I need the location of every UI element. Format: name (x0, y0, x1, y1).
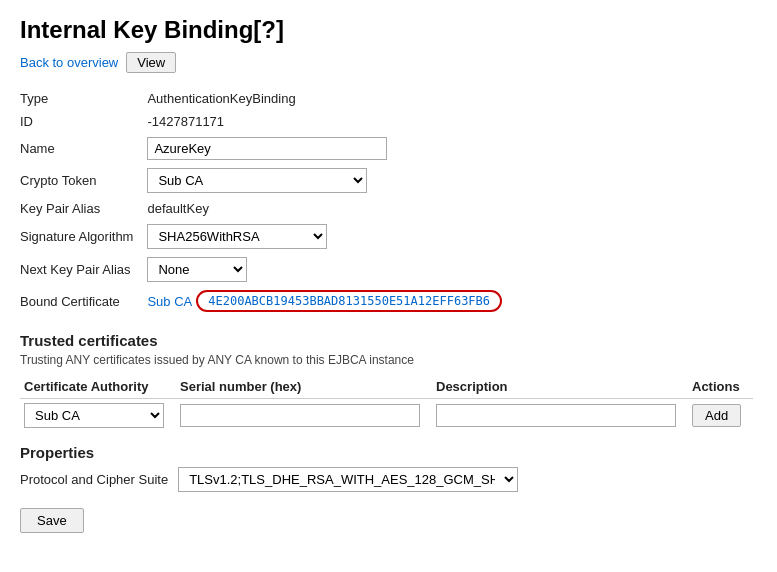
trusted-certificates-section: Trusted certificates Trusting ANY certif… (20, 332, 757, 432)
bound-cert-container: Sub CA 4E200ABCB19453BBAD8131550E51A12EF… (147, 290, 502, 312)
protocol-select[interactable]: TLSv1.2;TLS_DHE_RSA_WITH_AES_128_GCM_SHA… (178, 467, 518, 492)
id-row: ID -1427871171 (20, 110, 508, 133)
next-key-pair-alias-select-cell: None (147, 253, 508, 286)
trusted-certs-title: Trusted certificates (20, 332, 757, 349)
next-key-pair-alias-select[interactable]: None (147, 257, 247, 282)
signature-algorithm-label: Signature Algorithm (20, 220, 147, 253)
page-title: Internal Key Binding[?] (20, 16, 757, 44)
signature-algorithm-row: Signature Algorithm SHA256WithRSA (20, 220, 508, 253)
bound-certificate-ca-link[interactable]: Sub CA (147, 294, 192, 309)
view-button[interactable]: View (126, 52, 176, 73)
name-field-cell (147, 133, 508, 164)
protocol-row: Protocol and Cipher Suite TLSv1.2;TLS_DH… (20, 467, 757, 492)
form-table: Type AuthenticationKeyBinding ID -142787… (20, 87, 508, 316)
next-key-pair-alias-row: Next Key Pair Alias None (20, 253, 508, 286)
protocol-label: Protocol and Cipher Suite (20, 472, 168, 487)
col-description-header: Description (432, 375, 688, 399)
add-button-cell: Add (688, 399, 753, 433)
description-input[interactable] (436, 404, 676, 427)
name-input[interactable] (147, 137, 387, 160)
back-row: Back to overview View (20, 52, 757, 73)
serial-input[interactable] (180, 404, 420, 427)
crypto-token-select-cell: Sub CA (147, 164, 508, 197)
save-button[interactable]: Save (20, 508, 84, 533)
trusted-certs-data-row: Sub CA Add (20, 399, 753, 433)
type-label: Type (20, 87, 147, 110)
col-serial-header: Serial number (hex) (176, 375, 432, 399)
key-pair-alias-row: Key Pair Alias defaultKey (20, 197, 508, 220)
add-button[interactable]: Add (692, 404, 741, 427)
col-actions-header: Actions (688, 375, 753, 399)
signature-algorithm-select-cell: SHA256WithRSA (147, 220, 508, 253)
bound-certificate-label: Bound Certificate (20, 286, 147, 316)
col-ca-header: Certificate Authority (20, 375, 176, 399)
properties-section: Properties Protocol and Cipher Suite TLS… (20, 444, 757, 533)
crypto-token-row: Crypto Token Sub CA (20, 164, 508, 197)
back-to-overview-link[interactable]: Back to overview (20, 55, 118, 70)
trusted-certs-table: Certificate Authority Serial number (hex… (20, 375, 753, 432)
trusted-certs-header-row: Certificate Authority Serial number (hex… (20, 375, 753, 399)
key-pair-alias-value: defaultKey (147, 197, 508, 220)
next-key-pair-alias-label: Next Key Pair Alias (20, 253, 147, 286)
description-input-cell (432, 399, 688, 433)
name-row: Name (20, 133, 508, 164)
signature-algorithm-select[interactable]: SHA256WithRSA (147, 224, 327, 249)
name-label: Name (20, 133, 147, 164)
id-value: -1427871171 (147, 110, 508, 133)
serial-input-cell (176, 399, 432, 433)
properties-title: Properties (20, 444, 757, 461)
type-value: AuthenticationKeyBinding (147, 87, 508, 110)
bound-certificate-hash-link[interactable]: 4E200ABCB19453BBAD8131550E51A12EFF63FB6 (196, 290, 502, 312)
trusted-certs-subtitle: Trusting ANY certificates issued by ANY … (20, 353, 757, 367)
bound-certificate-row: Bound Certificate Sub CA 4E200ABCB19453B… (20, 286, 508, 316)
crypto-token-label: Crypto Token (20, 164, 147, 197)
ca-select[interactable]: Sub CA (24, 403, 164, 428)
ca-select-cell: Sub CA (20, 399, 176, 433)
crypto-token-select[interactable]: Sub CA (147, 168, 367, 193)
type-row: Type AuthenticationKeyBinding (20, 87, 508, 110)
id-label: ID (20, 110, 147, 133)
bound-certificate-cell: Sub CA 4E200ABCB19453BBAD8131550E51A12EF… (147, 286, 508, 316)
key-pair-alias-label: Key Pair Alias (20, 197, 147, 220)
